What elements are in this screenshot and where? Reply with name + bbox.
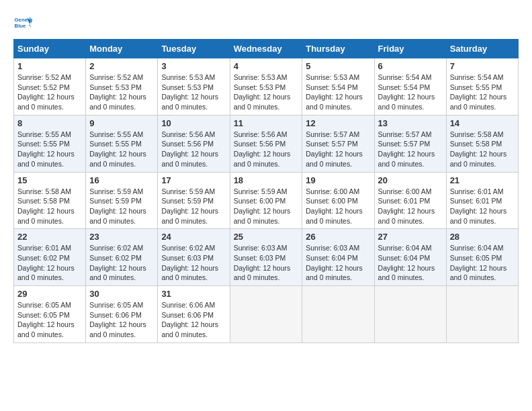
cell-week5-day6 (446, 286, 518, 343)
header-wednesday: Wednesday (230, 40, 302, 58)
cell-week1-day1: 2 Sunrise: 5:52 AM Sunset: 5:53 PM Dayli… (86, 58, 158, 116)
day-info: Sunrise: 5:53 AM Sunset: 5:53 PM Dayligh… (161, 73, 226, 112)
day-info: Sunrise: 6:02 AM Sunset: 6:03 PM Dayligh… (161, 243, 226, 283)
day-number: 4 (234, 61, 299, 71)
day-number: 22 (17, 232, 82, 242)
day-number: 7 (450, 61, 515, 71)
day-number: 10 (161, 118, 226, 128)
day-number: 6 (378, 61, 443, 71)
cell-week2-day4: 12 Sunrise: 5:57 AM Sunset: 5:57 PM Dayl… (302, 115, 374, 172)
calendar-header-row: SundayMondayTuesdayWednesdayThursdayFrid… (14, 40, 519, 58)
cell-week4-day2: 24 Sunrise: 6:02 AM Sunset: 6:03 PM Dayl… (158, 229, 230, 286)
day-info: Sunrise: 5:59 AM Sunset: 5:59 PM Dayligh… (89, 187, 154, 226)
cell-week5-day1: 30 Sunrise: 6:05 AM Sunset: 6:06 PM Dayl… (86, 286, 158, 343)
day-number: 17 (161, 175, 226, 185)
day-number: 11 (234, 118, 299, 128)
page-header: General Blue (13, 13, 519, 32)
svg-text:Blue: Blue (15, 23, 27, 29)
week-row-2: 8 Sunrise: 5:55 AM Sunset: 5:55 PM Dayli… (14, 115, 519, 172)
day-number: 26 (306, 232, 370, 242)
cell-week5-day4 (302, 286, 374, 343)
day-info: Sunrise: 5:52 AM Sunset: 5:53 PM Dayligh… (89, 73, 154, 112)
day-number: 8 (17, 118, 82, 128)
cell-week4-day6: 28 Sunrise: 6:04 AM Sunset: 6:05 PM Dayl… (446, 229, 518, 286)
day-number: 1 (17, 61, 82, 71)
day-number: 2 (89, 61, 154, 71)
day-info: Sunrise: 6:00 AM Sunset: 6:00 PM Dayligh… (306, 187, 370, 226)
cell-week1-day4: 5 Sunrise: 5:53 AM Sunset: 5:54 PM Dayli… (302, 58, 374, 116)
cell-week1-day2: 3 Sunrise: 5:53 AM Sunset: 5:53 PM Dayli… (158, 58, 230, 116)
day-info: Sunrise: 5:53 AM Sunset: 5:53 PM Dayligh… (234, 73, 299, 112)
day-number: 20 (378, 175, 443, 185)
header-thursday: Thursday (302, 40, 374, 58)
day-info: Sunrise: 5:57 AM Sunset: 5:57 PM Dayligh… (306, 130, 370, 169)
day-info: Sunrise: 5:58 AM Sunset: 5:58 PM Dayligh… (450, 130, 515, 169)
cell-week2-day6: 14 Sunrise: 5:58 AM Sunset: 5:58 PM Dayl… (446, 115, 518, 172)
day-info: Sunrise: 5:55 AM Sunset: 5:55 PM Dayligh… (89, 130, 154, 169)
cell-week2-day5: 13 Sunrise: 5:57 AM Sunset: 5:57 PM Dayl… (374, 115, 446, 172)
cell-week5-day2: 31 Sunrise: 6:06 AM Sunset: 6:06 PM Dayl… (158, 286, 230, 343)
day-number: 30 (89, 289, 154, 299)
day-number: 25 (234, 232, 299, 242)
week-row-5: 29 Sunrise: 6:05 AM Sunset: 6:05 PM Dayl… (14, 286, 519, 343)
cell-week4-day3: 25 Sunrise: 6:03 AM Sunset: 6:03 PM Dayl… (230, 229, 302, 286)
week-row-4: 22 Sunrise: 6:01 AM Sunset: 6:02 PM Dayl… (14, 229, 519, 286)
cell-week2-day1: 9 Sunrise: 5:55 AM Sunset: 5:55 PM Dayli… (86, 115, 158, 172)
cell-week1-day6: 7 Sunrise: 5:54 AM Sunset: 5:55 PM Dayli… (446, 58, 518, 116)
day-info: Sunrise: 5:54 AM Sunset: 5:54 PM Dayligh… (378, 73, 443, 112)
day-number: 29 (17, 289, 82, 299)
cell-week3-day1: 16 Sunrise: 5:59 AM Sunset: 5:59 PM Dayl… (86, 172, 158, 229)
cell-week4-day0: 22 Sunrise: 6:01 AM Sunset: 6:02 PM Dayl… (14, 229, 86, 286)
day-number: 5 (306, 61, 370, 71)
day-info: Sunrise: 5:52 AM Sunset: 5:52 PM Dayligh… (17, 73, 82, 112)
cell-week4-day1: 23 Sunrise: 6:02 AM Sunset: 6:02 PM Dayl… (86, 229, 158, 286)
day-number: 27 (378, 232, 443, 242)
day-number: 23 (89, 232, 154, 242)
calendar-table: SundayMondayTuesdayWednesdayThursdayFrid… (13, 39, 519, 343)
cell-week3-day4: 19 Sunrise: 6:00 AM Sunset: 6:00 PM Dayl… (302, 172, 374, 229)
day-info: Sunrise: 6:06 AM Sunset: 6:06 PM Dayligh… (161, 300, 226, 340)
day-number: 14 (450, 118, 515, 128)
week-row-1: 1 Sunrise: 5:52 AM Sunset: 5:52 PM Dayli… (14, 58, 519, 116)
day-info: Sunrise: 5:56 AM Sunset: 5:56 PM Dayligh… (234, 130, 299, 169)
cell-week5-day3 (230, 286, 302, 343)
header-tuesday: Tuesday (158, 40, 230, 58)
day-info: Sunrise: 6:05 AM Sunset: 6:05 PM Dayligh… (17, 300, 82, 340)
day-number: 24 (161, 232, 226, 242)
cell-week5-day0: 29 Sunrise: 6:05 AM Sunset: 6:05 PM Dayl… (14, 286, 86, 343)
cell-week2-day0: 8 Sunrise: 5:55 AM Sunset: 5:55 PM Dayli… (14, 115, 86, 172)
cell-week2-day2: 10 Sunrise: 5:56 AM Sunset: 5:56 PM Dayl… (158, 115, 230, 172)
cell-week3-day2: 17 Sunrise: 5:59 AM Sunset: 5:59 PM Dayl… (158, 172, 230, 229)
cell-week4-day4: 26 Sunrise: 6:03 AM Sunset: 6:04 PM Dayl… (302, 229, 374, 286)
cell-week2-day3: 11 Sunrise: 5:56 AM Sunset: 5:56 PM Dayl… (230, 115, 302, 172)
day-number: 21 (450, 175, 515, 185)
day-info: Sunrise: 6:04 AM Sunset: 6:05 PM Dayligh… (450, 243, 515, 283)
header-monday: Monday (86, 40, 158, 58)
cell-week3-day5: 20 Sunrise: 6:00 AM Sunset: 6:01 PM Dayl… (374, 172, 446, 229)
cell-week1-day3: 4 Sunrise: 5:53 AM Sunset: 5:53 PM Dayli… (230, 58, 302, 116)
day-number: 9 (89, 118, 154, 128)
logo: General Blue (13, 13, 35, 32)
day-number: 19 (306, 175, 370, 185)
day-info: Sunrise: 6:01 AM Sunset: 6:01 PM Dayligh… (450, 187, 515, 226)
day-info: Sunrise: 5:58 AM Sunset: 5:58 PM Dayligh… (17, 187, 82, 226)
day-number: 16 (89, 175, 154, 185)
day-number: 18 (234, 175, 299, 185)
day-info: Sunrise: 5:55 AM Sunset: 5:55 PM Dayligh… (17, 130, 82, 169)
day-number: 13 (378, 118, 443, 128)
day-number: 12 (306, 118, 370, 128)
day-info: Sunrise: 5:54 AM Sunset: 5:55 PM Dayligh… (450, 73, 515, 112)
day-info: Sunrise: 5:59 AM Sunset: 5:59 PM Dayligh… (161, 187, 226, 226)
day-info: Sunrise: 5:56 AM Sunset: 5:56 PM Dayligh… (161, 130, 226, 169)
day-number: 3 (161, 61, 226, 71)
day-info: Sunrise: 5:53 AM Sunset: 5:54 PM Dayligh… (306, 73, 370, 112)
day-info: Sunrise: 6:05 AM Sunset: 6:06 PM Dayligh… (89, 300, 154, 340)
day-info: Sunrise: 5:57 AM Sunset: 5:57 PM Dayligh… (378, 130, 443, 169)
header-saturday: Saturday (446, 40, 518, 58)
cell-week1-day0: 1 Sunrise: 5:52 AM Sunset: 5:52 PM Dayli… (14, 58, 86, 116)
header-friday: Friday (374, 40, 446, 58)
cell-week3-day0: 15 Sunrise: 5:58 AM Sunset: 5:58 PM Dayl… (14, 172, 86, 229)
day-info: Sunrise: 6:03 AM Sunset: 6:04 PM Dayligh… (306, 243, 370, 283)
week-row-3: 15 Sunrise: 5:58 AM Sunset: 5:58 PM Dayl… (14, 172, 519, 229)
day-info: Sunrise: 6:03 AM Sunset: 6:03 PM Dayligh… (234, 243, 299, 283)
